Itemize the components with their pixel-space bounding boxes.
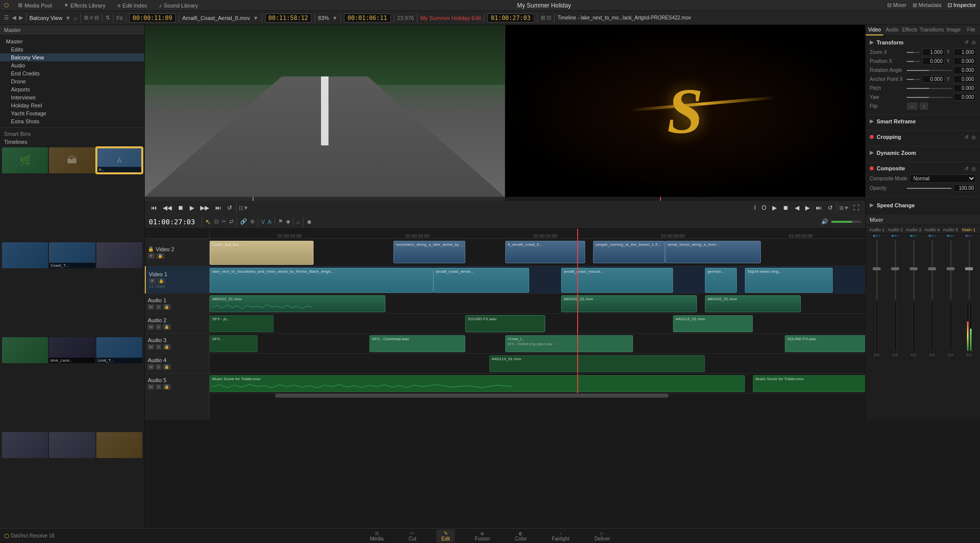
thumbnail-1[interactable]: 🌿 [2, 147, 48, 173]
clip-sfx-distant[interactable]: Cross_l... SFX - Distant prop plane.wav [505, 335, 633, 352]
folder-holiday-reel[interactable]: Holiday Reel [0, 101, 144, 109]
prev-btn[interactable]: ◀ [793, 203, 801, 212]
tab-sound-library[interactable]: ♪ Sound Library [156, 1, 201, 9]
folder-extra-shots[interactable]: Extra Shots [0, 117, 144, 125]
a3-solo-btn[interactable]: S [156, 344, 161, 350]
fader-track-a5[interactable] [950, 240, 952, 300]
v2-eye-btn[interactable]: 👁 [148, 253, 155, 259]
loop-btn2[interactable]: ↺ [826, 203, 835, 212]
transform-enable-icon[interactable]: ◎ [972, 39, 976, 45]
folder-edits[interactable]: Edits [0, 45, 144, 53]
composite-enable[interactable]: ◎ [972, 166, 976, 171]
a2-solo-btn[interactable]: S [156, 324, 161, 330]
yaw-slider[interactable] [907, 97, 952, 98]
mark-out-btn[interactable]: O [760, 203, 768, 212]
thumbnail-6[interactable] [96, 242, 142, 268]
inspector-tab-audio[interactable]: Audio [883, 25, 901, 35]
folder-balcony-view[interactable]: Balcony View [0, 53, 144, 61]
clip-german[interactable]: german... [705, 268, 737, 293]
clip-lake-mountains[interactable]: lake_next_to_mountains_and_trees_aerial_… [210, 268, 433, 293]
sort-icon[interactable]: ⇅ [105, 14, 110, 21]
jump-start-btn[interactable]: ⏮ [149, 203, 159, 212]
smart-bin-timelines[interactable]: Timelines [0, 138, 144, 145]
clip-sbjct4[interactable]: Sbjct4-weecr-Img... [745, 268, 833, 293]
thumbnail-7[interactable] [2, 337, 48, 363]
marker-btn[interactable]: ◆ [286, 218, 290, 225]
trim-tool[interactable]: ⊡ [214, 218, 219, 225]
clip-sfx-a3[interactable]: SFX... [210, 335, 258, 352]
back-icon[interactable]: ◀ [12, 14, 16, 21]
eq-a1[interactable] [868, 235, 886, 237]
nav-fusion[interactable]: ◈ Fusion [470, 530, 495, 543]
timecode-out[interactable]: 00:11:58:12 [265, 13, 312, 22]
zoom-x-input[interactable] [922, 48, 945, 56]
inspector-tab-video[interactable]: Video [866, 25, 883, 35]
v2-lock-icon[interactable]: 🔒 [148, 246, 154, 252]
flag-btn[interactable]: ⚑ [278, 218, 283, 225]
composite-header[interactable]: Composite ↺ ◎ [870, 165, 976, 171]
anchor-y-input[interactable] [954, 75, 976, 83]
magnet-btn[interactable]: ⊕ [250, 218, 255, 225]
clip-mountains-aerial[interactable]: mountains_along_a_lake_aerial_by_Roma... [393, 241, 465, 263]
play-btn[interactable]: ▶ [188, 203, 196, 212]
next-btn[interactable]: ▶ [803, 203, 812, 212]
clip-aa0113-1[interactable]: AA0113_01.mov [673, 315, 753, 332]
dynamic-zoom-header[interactable]: ▶ Dynamic Zoom [870, 149, 976, 156]
thumbnail-12[interactable] [96, 432, 142, 458]
thumbnail-11[interactable] [49, 432, 95, 458]
clip-music-score-1[interactable]: Music Score for Trailer.mov [210, 375, 745, 392]
next-frame-btn[interactable]: ▶▶ [198, 203, 211, 212]
fader-track-a2[interactable] [895, 240, 896, 300]
pos-y-input[interactable] [954, 57, 976, 65]
clip-sound-fx[interactable]: SOUND FX.wav [465, 315, 545, 332]
viewer-size[interactable]: ⊞▼ [839, 205, 849, 211]
folder-interviews[interactable]: Interviews [0, 93, 144, 101]
opacity-input[interactable] [954, 184, 976, 192]
balcony-view-label[interactable]: Balcony View [29, 15, 62, 21]
a4-mute-btn[interactable]: M [148, 364, 154, 370]
inspector-tab-transitions[interactable]: Transitions [919, 25, 945, 35]
timeline-scrollbar-thumb[interactable] [275, 394, 668, 398]
fader-track-m1[interactable] [969, 240, 970, 300]
eq-a2[interactable] [886, 235, 905, 237]
thumbnail-2[interactable]: 🏔 [49, 147, 95, 173]
composite-reset[interactable]: ↺ [965, 166, 969, 171]
play-full-btn[interactable]: ▶ [770, 203, 779, 212]
thumbnail-5[interactable]: Coast_T... [49, 242, 95, 268]
eq-a3[interactable] [905, 235, 923, 237]
select-tool[interactable]: ↖ [205, 218, 211, 226]
cropping-header[interactable]: Cropping ↺ ◎ [870, 134, 976, 140]
eq-a4[interactable] [923, 235, 941, 237]
inspector-tab-effects[interactable]: Effects [901, 25, 919, 35]
zoom-dropdown[interactable]: ▼ [332, 15, 337, 21]
clip-sfx-overhead[interactable]: SFX - Overhead.wav [369, 335, 465, 352]
opacity-slider[interactable] [907, 188, 952, 189]
speed-change-header[interactable]: ▶ Speed Change [870, 200, 976, 210]
cropping-enable[interactable]: ◎ [972, 134, 976, 140]
clip-aa0113-a4[interactable]: AA0113_01.mov [489, 355, 705, 372]
audio-icon[interactable]: 🔊 [821, 218, 828, 225]
a4-solo-btn[interactable]: S [156, 364, 161, 370]
a1-mute-btn[interactable]: M [148, 304, 154, 310]
link-btn[interactable]: 🔗 [240, 218, 247, 225]
pitch-slider[interactable] [907, 88, 952, 89]
folder-airports[interactable]: Airports [0, 85, 144, 93]
thumbnail-8[interactable]: bInk_Land... [49, 337, 95, 363]
flip-h-btn[interactable]: ↔ [907, 102, 918, 110]
a1-lock-btn[interactable]: 🔒 [163, 304, 171, 310]
eq-m1[interactable] [960, 235, 978, 237]
video-only-btn[interactable]: V [261, 219, 265, 225]
rotation-slider[interactable] [907, 70, 952, 71]
clip-dropdown-icon[interactable]: ▼ [253, 15, 259, 21]
zoom-y-input[interactable] [954, 48, 976, 56]
clip-amalfi-ft[interactable]: ft_amalfi_coast_fi... [505, 241, 585, 263]
a5-solo-btn[interactable]: S [156, 384, 161, 390]
nav-edit[interactable]: ✎ Edit [436, 530, 455, 543]
fader-track-a3[interactable] [913, 240, 915, 300]
folder-drone[interactable]: Drone [0, 77, 144, 85]
smart-reframe-header[interactable]: ▶ Smart Reframe [870, 118, 976, 124]
inspector-tab-top[interactable]: ⊡ Inspector [948, 2, 976, 8]
prev-frame-btn[interactable]: ◀◀ [161, 203, 174, 212]
a5-lock-btn[interactable]: 🔒 [163, 384, 171, 390]
clip-music-score-2[interactable]: Music Score for Trailer.mov [753, 375, 865, 392]
